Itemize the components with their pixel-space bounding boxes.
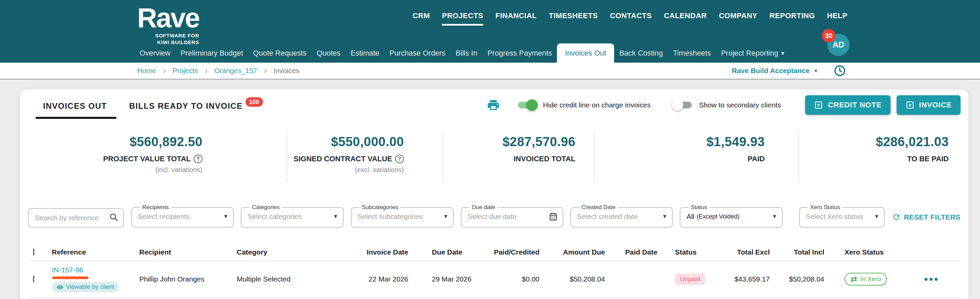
top-nav-projects[interactable]: PROJECTS (442, 11, 483, 24)
top-nav: CRM PROJECTS FINANCIAL TIMESHEETS CONTAC… (413, 11, 848, 24)
invoices-card: INVOICES OUT BILLS READY TO INVOICE100 H… (20, 90, 969, 299)
due-date-filter[interactable]: Due date Select due date (461, 204, 563, 228)
dropdown-arrow-icon: ▼ (223, 213, 228, 219)
col-recipient: Recipient (139, 248, 237, 256)
hide-credit-toggle[interactable] (516, 100, 538, 110)
user-avatar[interactable]: AD 30 (827, 34, 850, 56)
status-cell: Unpaid (669, 273, 713, 285)
project-nav-bills-in[interactable]: Bills In (450, 43, 482, 62)
subcategories-filter[interactable]: Subcategories Select subcategories▼ (351, 204, 454, 228)
recipients-filter[interactable]: Recipients Select recipients▼ (131, 204, 234, 228)
xero-status-filter[interactable]: Xero Status Select Xero status▼ (799, 204, 885, 228)
total-incl-cell: $50,208.04 (776, 275, 827, 283)
recipient-cell: Phillip John Oranges (139, 275, 237, 283)
project-nav-quotes[interactable]: Quotes (312, 43, 346, 62)
breadcrumb-chevron-icon: › (163, 66, 166, 75)
col-paid-credited: Paid/Credited (482, 248, 549, 256)
table-row[interactable]: IN-157-96 Viewable by client Phillip Joh… (28, 261, 961, 297)
tab-invoices-out[interactable]: INVOICES OUT (42, 91, 108, 119)
col-due-date: Due Date (418, 248, 482, 256)
top-nav-calendar[interactable]: CALENDAR (664, 11, 706, 24)
printer-icon (487, 98, 500, 112)
sync-arrows-icon: ⇄ (851, 275, 857, 283)
project-nav-invoices-out[interactable]: Invoices Out (557, 43, 614, 62)
xero-status-cell: ⇄ In Xero (827, 273, 897, 286)
brand-name: Rave (137, 4, 199, 32)
project-nav-estimate[interactable]: Estimate (345, 43, 384, 62)
history-clock-button[interactable] (833, 64, 847, 78)
top-nav-company[interactable]: COMPANY (719, 11, 757, 24)
top-nav-crm[interactable]: CRM (413, 11, 430, 24)
clock-icon (834, 64, 846, 77)
status-filter[interactable]: Status All(Except Voided)▼ (680, 204, 783, 228)
breadcrumb-project-name[interactable]: Oranges_157 (214, 67, 257, 75)
col-total-incl: Total Incl (776, 248, 827, 256)
project-nav-purchase-orders[interactable]: Purchase Orders (384, 43, 450, 62)
search-icon (109, 212, 119, 224)
calendar-icon (549, 212, 558, 221)
dropdown-arrow-icon: ▼ (443, 213, 448, 219)
row-actions-menu[interactable] (897, 278, 947, 281)
col-amount-due: Amount Due (549, 248, 615, 256)
project-nav-timesheets[interactable]: Timesheets (668, 43, 716, 62)
add-box-icon (905, 100, 915, 110)
card-header-row: INVOICES OUT BILLS READY TO INVOICE100 H… (28, 90, 961, 120)
project-nav-quote-requests[interactable]: Quote Requests (248, 43, 312, 62)
created-date-filter[interactable]: Created Date Select created date▼ (570, 204, 673, 228)
help-icon[interactable]: ? (395, 155, 404, 163)
col-reference: Reference (52, 248, 139, 256)
invoice-date-cell: 22 Mar 2026 (348, 275, 418, 283)
top-nav-contacts[interactable]: CONTACTS (610, 11, 652, 24)
viewable-by-client-badge: Viewable by client (52, 282, 119, 292)
in-xero-badge[interactable]: ⇄ In Xero (845, 273, 887, 286)
workspace-selector[interactable]: Rave Build Acceptance ▾ (732, 67, 817, 75)
show-secondary-label: Show to secondary clients (699, 101, 781, 109)
dropdown-arrow-icon: ▼ (662, 213, 668, 219)
top-nav-financial[interactable]: FINANCIAL (495, 11, 537, 24)
status-badge: Unpaid (675, 273, 705, 285)
credit-note-button[interactable]: CREDIT NOTE (805, 95, 890, 115)
project-nav-back-costing[interactable]: Back Costing (614, 43, 668, 62)
category-cell: Multiple Selected (237, 275, 348, 283)
reference-cell: IN-157-96 Viewable by client (52, 261, 139, 297)
project-nav-preliminary-budget[interactable]: Preliminary Budget (175, 43, 248, 62)
col-paid-date: Paid Date (615, 248, 669, 256)
stat-to-be-paid: $286,021.03 TO BE PAID (799, 131, 961, 182)
project-nav: Overview Preliminary Budget Quote Reques… (135, 43, 789, 62)
print-button[interactable] (487, 98, 500, 112)
search-input[interactable] (35, 214, 109, 222)
top-nav-reporting[interactable]: REPORTING (770, 11, 815, 24)
dropdown-arrow-icon: ▼ (772, 213, 777, 219)
breadcrumb-bar: Home › Projects › Oranges_157 › Invoices… (0, 62, 980, 80)
top-nav-help[interactable]: HELP (827, 11, 848, 24)
reset-filters-button[interactable]: RESET FILTERS (892, 213, 961, 228)
project-nav-project-reporting[interactable]: Project Reporting ▾ (716, 43, 789, 62)
amount-due-cell: $50,208.04 (549, 275, 615, 283)
invoice-button[interactable]: INVOICE (897, 95, 961, 115)
search-box (28, 208, 124, 228)
summary-stats: $560,892.50 PROJECT VALUE TOTAL? (incl. … (28, 131, 961, 182)
project-nav-progress-payments[interactable]: Progress Payments (482, 43, 557, 62)
categories-filter[interactable]: Categories Select categories▼ (241, 204, 344, 228)
breadcrumb-projects[interactable]: Projects (172, 67, 198, 75)
dropdown-arrow-icon: ▼ (874, 213, 880, 219)
breadcrumb-chevron-icon: › (205, 66, 208, 75)
tab-bills-ready[interactable]: BILLS READY TO INVOICE100 (128, 91, 264, 119)
select-all-checkbox[interactable] (33, 248, 34, 256)
breadcrumb-home[interactable]: Home (137, 67, 156, 75)
stat-invoiced-total: $287,570.96 INVOICED TOTAL (443, 131, 595, 182)
col-invoice-date: Invoice Date (348, 248, 418, 256)
row-checkbox[interactable] (33, 275, 34, 283)
filters-row: Recipients Select recipients▼ Categories… (28, 204, 961, 228)
brand-logo[interactable]: Rave SOFTWARE FOR KIWI BUILDERS (137, 4, 199, 45)
paid-credited-cell: $0.00 (482, 275, 549, 283)
notification-badge: 30 (822, 29, 835, 42)
show-secondary-toggle[interactable] (672, 100, 694, 110)
top-nav-timesheets[interactable]: TIMESHEETS (549, 11, 598, 24)
invoice-reference-link[interactable]: IN-157-96 (52, 266, 83, 274)
project-nav-overview[interactable]: Overview (135, 43, 175, 62)
invoices-table: Reference Recipient Category Invoice Dat… (28, 244, 961, 297)
bills-count-badge: 100 (245, 97, 263, 107)
help-icon[interactable]: ? (194, 155, 202, 163)
toolbar: Hide credit line on charge invoices Show… (487, 95, 961, 115)
